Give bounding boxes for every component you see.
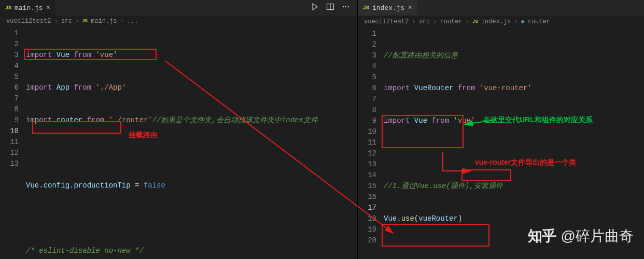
svg-point-3 — [345, 6, 346, 7]
run-icon[interactable] — [311, 3, 319, 13]
annotation-label: 挂载路由 — [129, 130, 158, 140]
watermark: 知乎 @碎片曲奇 — [528, 226, 634, 246]
crumb[interactable]: main.js — [91, 18, 117, 25]
tab-bar-right: JS index.js × — [358, 0, 644, 16]
code-area-left[interactable]: import Vue from 'vue' import App from '.… — [26, 27, 357, 259]
tab-bar-left: JS main.js × — [0, 0, 357, 16]
left-editor-pane: JS main.js × vuecli2test2› src› JSmain.j… — [0, 0, 358, 259]
tab-label: main.js — [15, 4, 43, 12]
split-icon[interactable] — [326, 3, 334, 13]
js-icon: JS — [472, 19, 478, 24]
close-icon[interactable]: × — [46, 4, 50, 12]
annotation-box — [32, 121, 121, 134]
crumb[interactable]: router — [528, 18, 550, 25]
tab-mainjs[interactable]: JS main.js × — [0, 0, 55, 16]
editor-left[interactable]: 12345678910111213 import Vue from 'vue' … — [0, 27, 357, 259]
crumb[interactable]: vuecli2test2 — [364, 18, 409, 25]
tab-indexjs[interactable]: JS index.js × — [358, 0, 417, 16]
comment: //如果是个文件夹,会自动找该文件夹中index文件 — [152, 116, 318, 124]
crumb[interactable]: vuecli2test2 — [6, 18, 51, 25]
right-editor-pane: JS index.js × vuecli2test2› src› router›… — [358, 0, 644, 259]
crumb[interactable]: src — [419, 18, 430, 25]
tab-label: index.js — [372, 4, 404, 12]
comment: /* eslint-disable no-new */ — [26, 247, 144, 255]
js-icon: JS — [5, 5, 11, 11]
comment: //配置路由相关的信息 — [384, 51, 458, 60]
symbol-icon: ◈ — [521, 18, 524, 25]
svg-point-2 — [343, 6, 344, 7]
annotation-box — [24, 49, 157, 60]
line-gutter: 12345678910111213 — [0, 27, 26, 259]
breadcrumb-right[interactable]: vuecli2test2› src› router› JSindex.js› ◈… — [358, 16, 644, 27]
code-area-right[interactable]: //配置路由相关的信息 import VueRouter from 'vue-r… — [384, 27, 644, 259]
line-gutter: 1234567891011121314151617181920 — [358, 27, 384, 259]
close-icon[interactable]: × — [408, 4, 412, 12]
tab-actions — [311, 3, 357, 13]
annotation-label: vue-router文件导出的是一个类 — [475, 157, 576, 168]
annotation-box — [382, 224, 489, 247]
svg-point-4 — [348, 6, 349, 7]
crumb[interactable]: router — [440, 18, 462, 25]
editor-right[interactable]: 1234567891011121314151617181920 //配置路由相关… — [358, 27, 644, 259]
annotation-label: 在这里交代URL和组件的对应关系 — [483, 114, 593, 125]
crumb[interactable]: src — [61, 18, 73, 25]
js-icon: JS — [363, 5, 369, 11]
annotation-box — [461, 169, 511, 181]
annotation-box — [382, 115, 464, 148]
comment: //1.通过Vue.use(插件),安装插件 — [384, 182, 503, 190]
more-icon[interactable] — [342, 3, 350, 13]
js-icon: JS — [82, 19, 88, 24]
crumb[interactable]: index.js — [481, 18, 511, 25]
crumb[interactable]: ... — [127, 18, 138, 25]
breadcrumb-left[interactable]: vuecli2test2› src› JSmain.js› ... — [0, 16, 357, 27]
